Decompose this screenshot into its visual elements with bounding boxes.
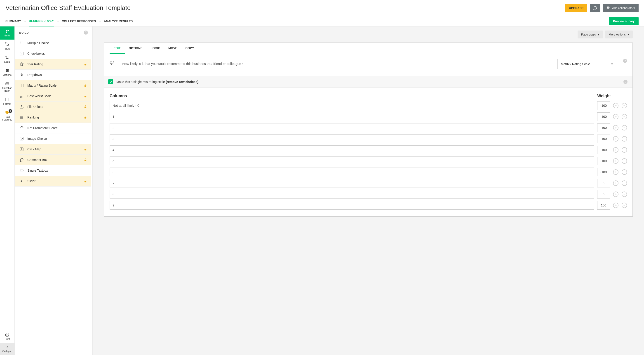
remove-column-button[interactable] (622, 203, 627, 208)
tab-collect-responses[interactable]: COLLECT RESPONSES (62, 16, 96, 26)
grid-icon (19, 84, 24, 88)
qtype-star-rating[interactable]: Star Rating (15, 59, 91, 70)
help-icon[interactable]: ? (624, 80, 628, 84)
column-weight-input[interactable] (597, 157, 610, 165)
qtype-checkboxes[interactable]: Checkboxes (15, 48, 91, 59)
qtype-comment-box[interactable]: Comment Box (15, 155, 91, 165)
rail-style[interactable]: Style (0, 40, 14, 53)
remove-column-button[interactable] (622, 192, 627, 197)
column-weight-input[interactable] (597, 112, 610, 121)
column-weight-input[interactable] (597, 201, 610, 210)
qtype-slider[interactable]: Slider (15, 176, 91, 187)
remove-column-button[interactable] (622, 169, 627, 175)
add-column-button[interactable] (613, 136, 618, 142)
chat-button[interactable] (590, 4, 600, 12)
column-label-input[interactable] (110, 179, 594, 187)
svg-rect-41 (84, 107, 86, 108)
more-actions-button[interactable]: More Actions ▾ (605, 31, 633, 39)
svg-rect-3 (6, 30, 7, 31)
help-icon[interactable]: ? (623, 59, 627, 63)
tab-analyze-results[interactable]: ANALYZE RESULTS (104, 16, 133, 26)
preview-survey-button[interactable]: Preview survey (609, 17, 638, 25)
svg-rect-37 (22, 95, 22, 98)
column-label-input[interactable] (110, 201, 594, 210)
qtype-single-textbox[interactable]: Single Textbox (15, 165, 91, 176)
qtype-file-upload[interactable]: File Upload (15, 102, 91, 112)
remove-column-button[interactable] (622, 103, 627, 108)
remove-column-button[interactable] (622, 114, 627, 119)
add-column-button[interactable] (613, 125, 618, 131)
rail-question-bank[interactable]: Question Bank (0, 79, 14, 95)
add-column-button[interactable] (613, 114, 618, 119)
svg-point-48 (21, 138, 21, 138)
chevron-left-icon (6, 346, 9, 349)
qtab-logic[interactable]: LOGIC (146, 43, 164, 54)
remove-column-button[interactable] (622, 147, 627, 153)
rail-print[interactable]: Print (0, 330, 14, 343)
column-label-input[interactable] (110, 190, 594, 199)
svg-point-11 (6, 69, 7, 70)
qtype-click-map[interactable]: Click Map (15, 144, 91, 155)
remove-column-button[interactable] (622, 180, 627, 186)
rail-options[interactable]: Options (0, 66, 14, 79)
qtab-edit[interactable]: EDIT (110, 43, 125, 54)
qtype-multiple-choice[interactable]: Multiple Choice (15, 38, 91, 48)
column-weight-input[interactable] (597, 101, 610, 110)
add-column-button[interactable] (613, 203, 618, 208)
column-label-input[interactable] (110, 145, 594, 154)
column-label-input[interactable] (110, 123, 594, 132)
qtab-move[interactable]: MOVE (164, 43, 181, 54)
page-logic-button[interactable]: Page Logic ▾ (578, 31, 603, 39)
column-label-input[interactable] (110, 112, 594, 121)
svg-marker-27 (21, 73, 23, 74)
remove-column-button[interactable] (622, 125, 627, 131)
column-label-input[interactable] (110, 156, 594, 165)
add-column-button[interactable] (613, 192, 618, 197)
tab-summary[interactable]: SUMMARY (6, 16, 21, 26)
textbox-icon (19, 168, 24, 173)
qtype-best-worst-scale[interactable]: Best Worst Scale (15, 91, 91, 102)
column-weight-input[interactable] (597, 135, 610, 143)
column-label-input[interactable] (110, 101, 594, 110)
help-icon[interactable]: ? (84, 31, 88, 35)
remove-column-button[interactable] (622, 158, 627, 164)
more-actions-label: More Actions (609, 33, 626, 36)
add-column-button[interactable] (613, 147, 618, 153)
bars-icon (19, 94, 24, 98)
rail-options-label: Options (3, 74, 12, 76)
column-label-input[interactable] (110, 134, 594, 143)
column-weight-input[interactable] (597, 146, 610, 154)
remove-column-button[interactable] (622, 136, 627, 142)
qtype-net-promoter-score[interactable]: Net Promoter® Score (15, 123, 91, 133)
column-weight-input[interactable] (597, 179, 610, 187)
rail-collapse[interactable]: Collapse (0, 343, 14, 355)
qtype-ranking[interactable]: Ranking (15, 112, 91, 123)
rail-format[interactable]: Format (0, 95, 14, 108)
upgrade-button[interactable]: UPGRADE (565, 4, 587, 12)
svg-rect-4 (8, 30, 9, 31)
tab-design-survey[interactable]: DESIGN SURVEY (29, 16, 54, 27)
add-column-button[interactable] (613, 103, 618, 108)
add-column-button[interactable] (613, 158, 618, 164)
column-weight-input[interactable] (597, 190, 610, 199)
rail-logic[interactable]: Logic (0, 53, 14, 66)
qtab-options[interactable]: OPTIONS (125, 43, 147, 54)
rail-paid-features[interactable]: 1 Paid Features (0, 108, 14, 124)
svg-point-20 (20, 43, 20, 43)
qtype-image-choice[interactable]: Image Choice (15, 133, 91, 144)
single-row-checkbox[interactable] (108, 79, 113, 84)
column-label-input[interactable] (110, 168, 594, 176)
qtab-copy[interactable]: COPY (182, 43, 198, 54)
lock-icon (84, 84, 87, 87)
add-column-button[interactable] (613, 180, 618, 186)
add-collaborators-button[interactable]: Add collaborators (603, 4, 638, 12)
qtype-dropdown[interactable]: Dropdown (15, 70, 91, 80)
qtype-matrix-rating-scale[interactable]: Matrix / Rating Scale (15, 80, 91, 91)
question-text-input[interactable] (119, 59, 553, 72)
rail-build[interactable]: Build (0, 27, 14, 40)
column-weight-input[interactable] (597, 168, 610, 176)
column-weight-input[interactable] (597, 123, 610, 132)
column-row (110, 112, 627, 121)
question-type-select[interactable]: Matrix / Rating Scale ▾ (558, 59, 616, 69)
add-column-button[interactable] (613, 169, 618, 175)
